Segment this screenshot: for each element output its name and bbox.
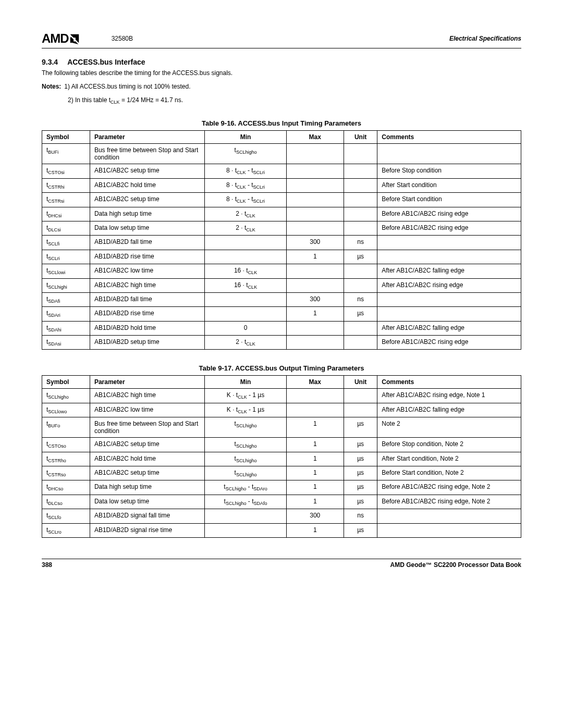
table1-unit: µs xyxy=(344,307,377,321)
table-row: tSCLfiAB1D/AB2D fall time300ns xyxy=(42,236,521,250)
table2-min: tSCLhigho xyxy=(205,417,286,438)
table1-symbol: tDHCsi xyxy=(42,207,90,221)
table1-parameter: AB1D/AB2D rise time xyxy=(90,307,205,321)
header-left: AMD 32580B xyxy=(42,31,133,46)
table1-max: 1 xyxy=(286,250,344,264)
table2-h-min: Min xyxy=(205,376,286,389)
table-row: tSDAhiAB1D/AB2D hold time0After AB1C/AB2… xyxy=(42,321,521,335)
table1-symbol: tSCLhighi xyxy=(42,278,90,292)
note-1: 1) All ACCESS.bus timing is not 100% tes… xyxy=(64,83,190,90)
table1-comments: After AB1C/AB2C falling edge xyxy=(377,321,521,335)
table2-unit: µs xyxy=(344,452,377,466)
table1-unit xyxy=(344,144,377,164)
section-number: 9.3.4 xyxy=(42,58,58,66)
table2-max: 1 xyxy=(286,523,344,537)
table1-parameter: AB1D/AB2D rise time xyxy=(90,250,205,264)
section-title: ACCESS.bus Interface xyxy=(67,58,145,66)
logo-text: AMD xyxy=(42,31,69,45)
table1-comments: Before Stop condition xyxy=(377,164,521,178)
table1-comments xyxy=(377,292,521,306)
table1-parameter: Data high setup time xyxy=(90,207,205,221)
table2-title: Table 9-17. ACCESS.bus Output Timing Par… xyxy=(42,364,521,372)
table2-h-max: Max xyxy=(286,376,344,389)
table2-max: 1 xyxy=(286,480,344,495)
table1-comments: After AB1C/AB2C rising edge xyxy=(377,278,521,292)
table1-h-min: Min xyxy=(205,131,286,144)
table1-min: 16 · tCLK xyxy=(205,278,286,292)
table1-header-row: Symbol Parameter Min Max Unit Comments xyxy=(42,131,521,144)
table1-min: 8 · tCLK - tSCLri xyxy=(205,164,286,178)
table2-min xyxy=(205,509,286,523)
table1-parameter: Bus free time between Stop and Start con… xyxy=(90,144,205,164)
table1-comments: After Start condition xyxy=(377,178,521,192)
table2-parameter: AB1C/AB2C setup time xyxy=(90,466,205,480)
table2-header-row: Symbol Parameter Min Max Unit Comments xyxy=(42,376,521,389)
table1-symbol: tSCLfi xyxy=(42,236,90,250)
table2-max: 1 xyxy=(286,495,344,509)
notes-label: Notes: xyxy=(42,83,61,93)
table1-parameter: AB1D/AB2D fall time xyxy=(90,292,205,306)
table2-unit: µs xyxy=(344,495,377,509)
table1-parameter: AB1C/AB2C setup time xyxy=(90,164,205,178)
table1-unit: ns xyxy=(344,236,377,250)
table2-symbol: tCSTRho xyxy=(42,452,90,466)
table-row: tDHCsoData high setup timetSCLhigho - tS… xyxy=(42,480,521,495)
table-row: tSCLroAB1D/AB2D signal rise time1µs xyxy=(42,523,521,537)
table2-unit: µs xyxy=(344,523,377,537)
table1-unit xyxy=(344,221,377,235)
table1-unit xyxy=(344,264,377,278)
table1-max xyxy=(286,207,344,221)
table1-max xyxy=(286,321,344,335)
table2-unit xyxy=(344,403,377,417)
table1-h-symbol: Symbol xyxy=(42,131,90,144)
table2-parameter: AB1D/AB2D signal rise time xyxy=(90,523,205,537)
table1-comments: Before AB1C/AB2C rising edge xyxy=(377,336,521,350)
table2-min: tSCLhigho xyxy=(205,452,286,466)
table2-symbol: tSCLro xyxy=(42,523,90,537)
table1-symbol: tCSTRhi xyxy=(42,178,90,192)
table1-symbol: tSDAhi xyxy=(42,321,90,335)
table-row: tSDAriAB1D/AB2D rise time1µs xyxy=(42,307,521,321)
table1-min: 2 · tCLK xyxy=(205,207,286,221)
table1-min xyxy=(205,307,286,321)
table-row: tCSTOsoAB1C/AB2C setup timetSCLhigho1µsB… xyxy=(42,438,521,452)
table1-max xyxy=(286,178,344,192)
table1-min: 8 · tCLK - tSCLri xyxy=(205,178,286,192)
table1: Symbol Parameter Min Max Unit Comments t… xyxy=(42,130,521,350)
table2-unit: µs xyxy=(344,480,377,495)
table2-min: tSCLhigho xyxy=(205,466,286,480)
table1-h-parameter: Parameter xyxy=(90,131,205,144)
doc-section-title: Electrical Specifications xyxy=(449,35,521,42)
table-row: tDHCsiData high setup time2 · tCLKBefore… xyxy=(42,207,521,221)
table1-comments: Before AB1C/AB2C rising edge xyxy=(377,207,521,221)
table1-min: 16 · tCLK xyxy=(205,264,286,278)
table2-h-unit: Unit xyxy=(344,376,377,389)
table2-min: tSCLhigho xyxy=(205,438,286,452)
table1-max xyxy=(286,221,344,235)
table2-parameter: AB1C/AB2C low time xyxy=(90,403,205,417)
table1-comments xyxy=(377,250,521,264)
table1-symbol: tCSTOsi xyxy=(42,164,90,178)
table1-h-comments: Comments xyxy=(377,131,521,144)
table1-symbol: tBUFi xyxy=(42,144,90,164)
table1-min: 0 xyxy=(205,321,286,335)
table1-max: 1 xyxy=(286,307,344,321)
table2-min: K · tCLK - 1 µs xyxy=(205,403,286,417)
table2-max: 1 xyxy=(286,452,344,466)
table2-min: tSCLhigho - tSDAfo xyxy=(205,495,286,509)
table2-max xyxy=(286,389,344,403)
amd-logo: AMD xyxy=(42,31,80,46)
table1-max: 300 xyxy=(286,292,344,306)
table1-unit: ns xyxy=(344,292,377,306)
table-row: tCSTRhoAB1C/AB2C hold timetSCLhigho1µsAf… xyxy=(42,452,521,466)
table1-max xyxy=(286,164,344,178)
table1-h-max: Max xyxy=(286,131,344,144)
table1-symbol: tSCLri xyxy=(42,250,90,264)
table2-parameter: AB1C/AB2C high time xyxy=(90,389,205,403)
table1-symbol: tCSTRsi xyxy=(42,193,90,207)
table2-symbol: tCSTOso xyxy=(42,438,90,452)
table2-unit: µs xyxy=(344,417,377,438)
table-row: tSCLlowiAB1C/AB2C low time16 · tCLKAfter… xyxy=(42,264,521,278)
table2-comments: Before Start condition, Note 2 xyxy=(377,466,521,480)
table-row: tSCLhighoAB1C/AB2C high timeK · tCLK - 1… xyxy=(42,389,521,403)
